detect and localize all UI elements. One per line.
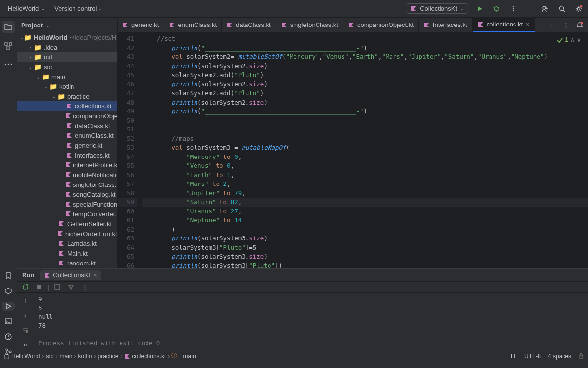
line-sep[interactable]: LF xyxy=(511,353,517,360)
kotlin-file-icon xyxy=(65,211,71,217)
up-icon[interactable]: ↑ xyxy=(20,295,31,306)
kotlin-file-icon xyxy=(65,152,73,158)
svg-point-1 xyxy=(513,6,514,7)
vcs-dropdown[interactable]: Version control⌄ xyxy=(50,3,106,14)
tab-companionobject[interactable]: companionObject.kt xyxy=(343,18,419,32)
tree-file[interactable]: specialFunction.… xyxy=(17,199,117,209)
more-tool-icon[interactable] xyxy=(2,58,15,71)
code-editor[interactable]: //set println("_________________________… xyxy=(137,32,588,268)
readonly-icon[interactable] xyxy=(578,353,584,360)
console-output[interactable]: 9 5 null 78 Process finished with exit c… xyxy=(34,293,588,350)
tree-file[interactable]: collections.kt xyxy=(17,101,117,111)
chevron-down-icon: ⌄ xyxy=(460,6,464,11)
tree-file[interactable]: Interfaces.kt xyxy=(17,150,117,160)
tree-folder[interactable]: ⌄📁main xyxy=(17,72,117,81)
folder-icon: 📁 xyxy=(34,63,42,71)
left-tool-rail xyxy=(0,18,17,268)
run-tool-icon[interactable] xyxy=(2,302,15,311)
kotlin-file-icon xyxy=(65,123,73,129)
code-with-me-icon[interactable] xyxy=(540,3,551,14)
project-panel-header[interactable]: Project⌄ xyxy=(17,18,117,32)
tab-singletonclass[interactable]: singletonClass.kt xyxy=(276,18,343,32)
run-panel: Run CollectionsKt× | ⋮ ↑ ↓ » 9 5 null 78… xyxy=(17,268,588,350)
tree-file[interactable]: songCatalog.kt xyxy=(17,189,117,199)
stop-icon[interactable] xyxy=(34,282,45,292)
tab-collections[interactable]: collections.kt× xyxy=(473,18,535,32)
down-icon[interactable]: ↓ xyxy=(20,310,31,320)
svg-rect-22 xyxy=(580,355,583,358)
svg-point-11 xyxy=(5,64,6,65)
tree-file[interactable]: mobileNotificatio… xyxy=(17,170,117,180)
tab-generic[interactable]: generic.kt xyxy=(118,18,164,32)
problems-icon[interactable] xyxy=(2,332,15,341)
encoding[interactable]: UTF-8 xyxy=(524,353,541,360)
layout-icon[interactable] xyxy=(52,282,63,292)
tree-file[interactable]: singletonClass.k… xyxy=(17,180,117,189)
tree-file[interactable]: tempConverter.k… xyxy=(17,209,117,219)
left-bottom-rail xyxy=(0,268,17,356)
kotlin-file-icon xyxy=(57,260,65,266)
search-icon[interactable] xyxy=(557,3,567,14)
tree-file[interactable]: Lamdas.kt xyxy=(17,238,117,248)
scroll-end-icon[interactable]: » xyxy=(20,339,31,350)
structure-tool-icon[interactable] xyxy=(2,39,15,52)
bookmarks-icon[interactable] xyxy=(2,271,15,281)
run-button[interactable] xyxy=(474,3,485,14)
tree-file[interactable]: random.kt xyxy=(17,258,117,268)
close-icon[interactable]: × xyxy=(93,271,97,279)
notifications-icon[interactable] xyxy=(574,20,585,30)
run-tab[interactable]: CollectionsKt× xyxy=(40,270,100,280)
tree-file[interactable]: higherOrderFun.kt xyxy=(17,229,117,238)
tree-folder[interactable]: ›📁out xyxy=(17,52,117,62)
folder-icon: 📁 xyxy=(42,73,49,80)
kotlin-file-icon xyxy=(410,5,417,12)
indent[interactable]: 4 spaces xyxy=(548,353,571,360)
tree-file[interactable]: generic.kt xyxy=(17,140,117,150)
kotlin-file-icon xyxy=(44,272,50,278)
more-icon[interactable]: ⋮ xyxy=(561,20,571,30)
console-side-toolbar: ↑ ↓ » xyxy=(17,293,34,350)
folder-icon: 📁 xyxy=(34,44,42,51)
tree-root[interactable]: ⌄📁HelloWorld ~/IdeaProjects/Hell… xyxy=(17,32,117,42)
tree-folder[interactable]: ⌄📁practice xyxy=(17,91,117,101)
kotlin-file-icon xyxy=(348,22,354,28)
inspection-indicator[interactable]: 1∧∨ xyxy=(556,36,581,43)
more-icon[interactable] xyxy=(508,3,518,14)
terminal-icon[interactable] xyxy=(2,316,15,326)
run-config-selector[interactable]: CollectionsKt⌄ xyxy=(406,3,468,14)
rerun-icon[interactable] xyxy=(20,282,31,292)
tree-folder[interactable]: ⌄📁src xyxy=(17,62,117,72)
tree-file[interactable]: GetternSetter.kt xyxy=(17,219,117,229)
project-tree: ⌄📁HelloWorld ~/IdeaProjects/Hell… ›📁.ide… xyxy=(17,32,117,268)
tree-file[interactable]: companionObje… xyxy=(17,111,117,121)
tree-file[interactable]: internetProfile.k… xyxy=(17,160,117,170)
more-icon[interactable]: ⋮ xyxy=(79,282,90,292)
svg-rect-8 xyxy=(5,43,7,45)
folder-icon: 📁 xyxy=(57,93,65,100)
breadcrumb[interactable]: ▢HelloWorld› src› main› kotlin› practice… xyxy=(4,352,196,360)
services-icon[interactable] xyxy=(2,287,15,296)
folder-icon: 📁 xyxy=(34,53,42,61)
close-icon[interactable]: × xyxy=(526,21,530,28)
svg-point-6 xyxy=(578,7,580,10)
filter-icon[interactable] xyxy=(66,282,76,292)
tab-enumclass[interactable]: enumClass.kt xyxy=(164,18,222,32)
tree-file[interactable]: Main.kt xyxy=(17,248,117,258)
tree-file[interactable]: enumClass.kt xyxy=(17,131,117,140)
settings-icon[interactable] xyxy=(573,3,584,14)
svg-point-14 xyxy=(581,22,583,24)
project-dropdown[interactable]: HelloWorld⌄ xyxy=(4,3,49,14)
tab-interfaces[interactable]: Interfaces.kt xyxy=(419,18,473,32)
line-gutter[interactable]: 4142434445464748495051525354555657585960… xyxy=(118,32,137,268)
tree-file[interactable]: dataClass.kt xyxy=(17,121,117,131)
svg-point-4 xyxy=(543,6,546,9)
kotlin-file-icon xyxy=(227,22,233,28)
chevron-down-icon[interactable]: ⌄ xyxy=(547,20,558,30)
project-tool-icon[interactable] xyxy=(2,21,15,33)
tab-dataclass[interactable]: dataClass.kt xyxy=(222,18,276,32)
tree-folder[interactable]: ⌄📁kotlin xyxy=(17,81,117,91)
tree-folder[interactable]: ›📁.idea xyxy=(17,42,117,52)
debug-button[interactable] xyxy=(491,3,502,14)
soft-wrap-icon[interactable] xyxy=(20,324,31,335)
svg-rect-9 xyxy=(9,43,12,45)
